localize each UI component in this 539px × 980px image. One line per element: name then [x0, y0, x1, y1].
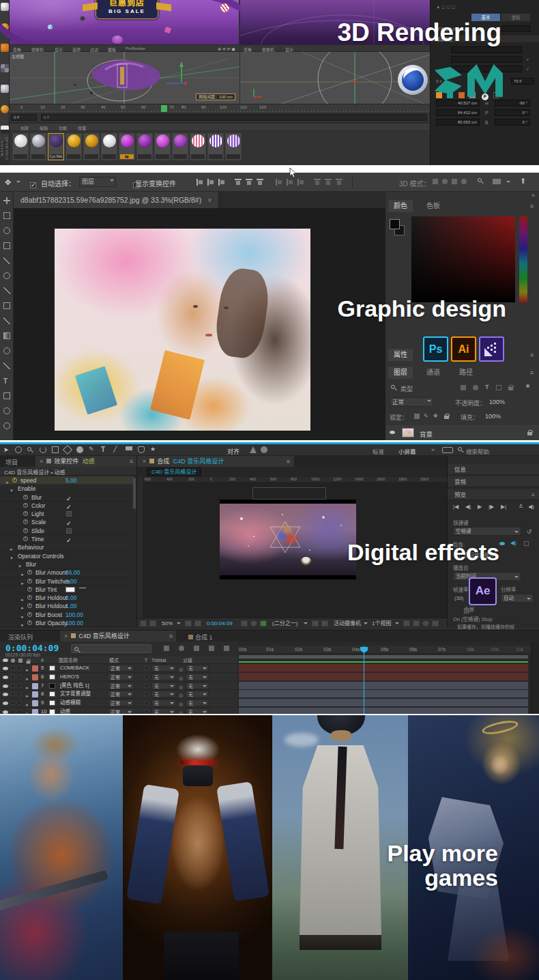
- snapshot-icon[interactable]: [140, 620, 147, 626]
- checkbox-checked-icon[interactable]: [66, 536, 72, 542]
- blend-mode-dropdown[interactable]: 正常: [108, 700, 134, 706]
- col-t[interactable]: T: [145, 657, 147, 664]
- c4d-render-viewport[interactable]: 巨惠到店 BIG SALE: [10, 0, 239, 44]
- table-row[interactable]: ► 9 动感模糊 正常 无 ◎ 无: [0, 699, 237, 708]
- checkbox-unchecked-icon[interactable]: [66, 511, 72, 517]
- type-tool-icon[interactable]: T: [101, 446, 105, 453]
- layer-color-label[interactable]: [32, 665, 38, 672]
- tab-properties[interactable]: 属性: [388, 349, 413, 361]
- coord-value[interactable]: 40.527 cm: [436, 100, 480, 106]
- chevron-down-icon[interactable]: [364, 622, 368, 626]
- timeline-ruler[interactable]: 00s 01s 02s 03s 04s 05s 06s 07s 08s 09s …: [237, 646, 531, 654]
- work-area-bar[interactable]: [239, 655, 528, 659]
- pen-tool-icon[interactable]: [3, 362, 10, 369]
- layer-duration-bar[interactable]: [239, 699, 528, 706]
- ps-canvas[interactable]: [14, 208, 385, 440]
- timeline-playhead[interactable]: [161, 105, 167, 112]
- menu-icon[interactable]: ≡: [169, 631, 173, 642]
- parent-dropdown[interactable]: 无: [186, 674, 209, 680]
- trkmat-dropdown[interactable]: 无: [151, 700, 176, 706]
- material-swatch-selected[interactable]: Cyc Mat: [48, 133, 64, 160]
- eraser-tool-icon[interactable]: [3, 317, 10, 324]
- 3d-mode-icon[interactable]: [452, 179, 457, 184]
- timeline-search-input[interactable]: [71, 644, 151, 653]
- timeline-timecode[interactable]: 0:00:04:09: [5, 643, 59, 653]
- menu-item[interactable]: 创建: [20, 125, 29, 131]
- filter-type-icon[interactable]: T: [485, 384, 489, 390]
- 3d-mode-icon[interactable]: [461, 179, 467, 184]
- kind-filter-label[interactable]: 类型: [400, 384, 413, 393]
- stamp-tool-icon[interactable]: [126, 446, 132, 453]
- mute-button[interactable]: ≛: [519, 504, 523, 510]
- search-help-label[interactable]: 搜索帮助: [466, 447, 489, 455]
- blend-mode-dropdown[interactable]: 正常: [108, 682, 134, 689]
- visibility-eye-icon[interactable]: [3, 676, 8, 679]
- layer-color-label[interactable]: [32, 674, 38, 680]
- tab-paths[interactable]: 路径: [454, 366, 478, 379]
- game-image-battlefield[interactable]: [0, 715, 123, 980]
- visibility-eye-icon[interactable]: [3, 667, 8, 670]
- visibility-eye-icon[interactable]: [3, 693, 8, 696]
- tab-color[interactable]: 颜色: [388, 200, 413, 212]
- close-icon[interactable]: ×: [207, 196, 212, 204]
- layer-name[interactable]: COMEBACK: [60, 664, 89, 672]
- material-swatch[interactable]: [172, 133, 188, 160]
- comp-timecode[interactable]: 0:00:04:09: [207, 618, 233, 629]
- parent-dropdown[interactable]: 无: [186, 665, 209, 672]
- tab-comp1[interactable]: 合成 1: [188, 633, 213, 642]
- lock-move-icon[interactable]: ✥: [433, 413, 438, 419]
- move-tool-icon[interactable]: [3, 197, 10, 204]
- blend-mode-dropdown[interactable]: 正常: [108, 691, 134, 697]
- align-left-icon[interactable]: [196, 179, 203, 186]
- scrollbar[interactable]: [133, 478, 136, 509]
- include-video-icon[interactable]: [499, 542, 505, 545]
- opacity-value[interactable]: 100%: [489, 399, 505, 405]
- close-icon[interactable]: ×: [64, 633, 68, 639]
- menu-item[interactable]: 纹理: [78, 125, 86, 131]
- panel-preview-header[interactable]: 预览≡: [448, 489, 539, 500]
- checkbox-checked-icon[interactable]: [66, 503, 72, 508]
- layer-duration-bar[interactable]: [239, 690, 528, 697]
- col-layer-name[interactable]: 图层名称: [59, 657, 78, 664]
- fx-row-operator-controls[interactable]: ▼Operator Controls: [0, 552, 134, 560]
- spacebar-dropdown[interactable]: 空格键: [453, 527, 521, 536]
- material-swatch[interactable]: [101, 133, 117, 160]
- blend-mode-dropdown[interactable]: 正常: [390, 397, 433, 407]
- grid-icon[interactable]: [321, 620, 328, 626]
- filter-toggle-icon[interactable]: [526, 384, 529, 388]
- material-swatch[interactable]: [12, 133, 29, 160]
- search-icon[interactable]: [478, 178, 482, 182]
- selection-tool-icon[interactable]: ➤: [3, 446, 9, 453]
- panel-audio[interactable]: 音频: [448, 476, 539, 487]
- resolution-select[interactable]: (二分之一): [272, 618, 297, 629]
- parent-dropdown[interactable]: 无: [186, 682, 209, 689]
- blend-mode-dropdown[interactable]: 正常: [108, 674, 134, 680]
- foreground-color-swatch[interactable]: [390, 219, 400, 229]
- layer-duration-bar[interactable]: [239, 708, 528, 714]
- eraser-tool-icon[interactable]: [138, 446, 145, 453]
- layer-select-dropdown[interactable]: 图层: [79, 177, 116, 187]
- pen-tool-icon[interactable]: ✎: [89, 446, 94, 452]
- menu-icon[interactable]: ≡: [287, 456, 290, 467]
- flowchart-icon[interactable]: [432, 620, 439, 626]
- draft3d-icon[interactable]: [179, 646, 184, 651]
- filter-shape-icon[interactable]: [496, 385, 501, 390]
- pixel-aspect-icon[interactable]: [403, 620, 410, 626]
- c4d-timeline-ruler[interactable]: 0 10 20 30 40 50 60 70 80 90 100 110 120: [10, 104, 430, 113]
- align-center-icon[interactable]: [207, 179, 214, 186]
- align-right-icon[interactable]: [218, 179, 225, 186]
- coord-deg[interactable]: -90 °: [495, 100, 530, 106]
- exposure-icon[interactable]: [250, 620, 257, 626]
- hide-shy-icon[interactable]: [194, 646, 199, 651]
- expand-arrow-icon[interactable]: ►: [25, 710, 29, 714]
- close-icon[interactable]: ×: [143, 458, 146, 465]
- fx-row-blur-tint[interactable]: Blur Tint: [0, 586, 134, 594]
- visibility-eye-icon[interactable]: [3, 710, 8, 714]
- speaker-icon[interactable]: ◀): [528, 504, 534, 510]
- trkmat-dropdown[interactable]: 无: [151, 674, 176, 680]
- coord-value[interactable]: 80.053 cm: [436, 119, 480, 126]
- chevron-down-icon[interactable]: [304, 622, 308, 626]
- share-icon[interactable]: ⬆: [520, 177, 526, 186]
- chevron-down-icon[interactable]: [177, 622, 181, 626]
- menu-icon[interactable]: ≡: [530, 369, 534, 376]
